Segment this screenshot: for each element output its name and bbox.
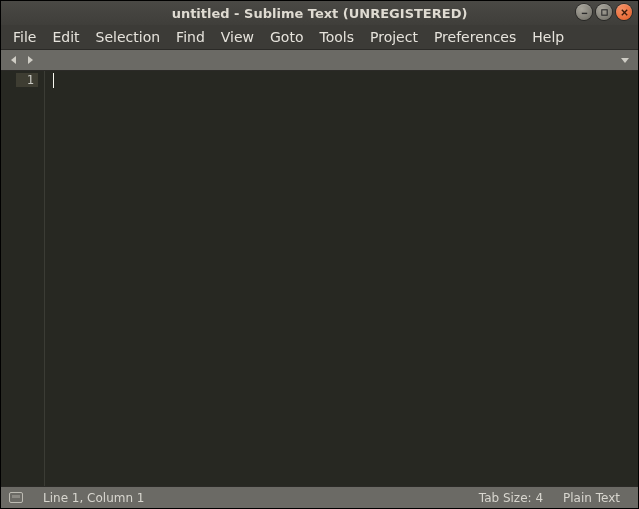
menu-file[interactable]: File [5, 26, 44, 48]
menu-project[interactable]: Project [362, 26, 426, 48]
chevron-right-icon [25, 55, 35, 65]
svg-marker-6 [621, 58, 629, 63]
svg-rect-1 [601, 9, 606, 14]
svg-marker-5 [28, 56, 33, 64]
tab-overflow-button[interactable] [618, 53, 632, 67]
line-number-gutter[interactable]: 1 [1, 71, 45, 486]
window-controls [576, 4, 632, 20]
text-cursor [53, 73, 54, 88]
menu-goto[interactable]: Goto [262, 26, 311, 48]
maximize-button[interactable] [596, 4, 612, 20]
minimize-button[interactable] [576, 4, 592, 20]
chevron-down-icon [620, 55, 630, 65]
chevron-left-icon [9, 55, 19, 65]
close-button[interactable] [616, 4, 632, 20]
menu-find[interactable]: Find [168, 26, 213, 48]
menu-selection[interactable]: Selection [88, 26, 169, 48]
panel-toggle-icon[interactable] [9, 492, 23, 503]
titlebar[interactable]: untitled - Sublime Text (UNREGISTERED) [1, 1, 638, 25]
svg-marker-4 [11, 56, 16, 64]
editor-area: 1 [1, 71, 638, 486]
tab-nav-forward-button[interactable] [23, 53, 37, 67]
status-tab-size[interactable]: Tab Size: 4 [469, 491, 553, 505]
window-title: untitled - Sublime Text (UNREGISTERED) [172, 6, 468, 21]
close-icon [620, 8, 629, 17]
menubar: File Edit Selection Find View Goto Tools… [1, 25, 638, 49]
tab-nav-back-button[interactable] [7, 53, 21, 67]
tab-bar [1, 49, 638, 71]
status-syntax[interactable]: Plain Text [553, 491, 630, 505]
menu-help[interactable]: Help [524, 26, 572, 48]
menu-tools[interactable]: Tools [311, 26, 362, 48]
app-window: untitled - Sublime Text (UNREGISTERED) F… [0, 0, 639, 509]
maximize-icon [600, 8, 609, 17]
menu-preferences[interactable]: Preferences [426, 26, 524, 48]
minimize-icon [580, 8, 589, 17]
menu-edit[interactable]: Edit [44, 26, 87, 48]
status-bar: Line 1, Column 1 Tab Size: 4 Plain Text [1, 486, 638, 508]
editor-content[interactable] [45, 71, 638, 486]
line-number: 1 [16, 73, 38, 87]
status-cursor-position[interactable]: Line 1, Column 1 [33, 491, 155, 505]
menu-view[interactable]: View [213, 26, 262, 48]
